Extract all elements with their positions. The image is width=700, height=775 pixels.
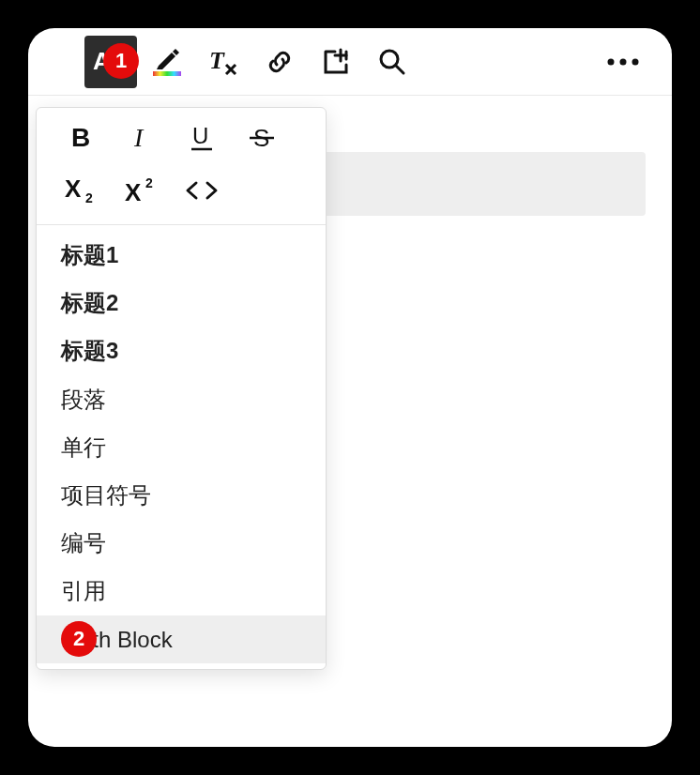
clear-format-icon: T — [207, 48, 239, 76]
svg-line-8 — [396, 66, 403, 73]
menu-item-numbered-list[interactable]: 编号 — [37, 519, 326, 567]
menu-label: 标题3 — [61, 336, 118, 365]
menu-item-heading3[interactable]: 标题3 — [37, 327, 326, 374]
more-icon — [606, 57, 640, 67]
editor-window: 1 A a T — [28, 28, 672, 747]
menu-label: 引用 — [61, 576, 106, 605]
strikethrough-icon: S — [250, 125, 274, 151]
svg-text:2: 2 — [145, 176, 153, 190]
menu-label: 项目符号 — [61, 480, 151, 509]
search-icon — [377, 47, 407, 77]
insert-button[interactable] — [310, 36, 362, 88]
subscript-button[interactable]: X 2 — [55, 170, 108, 211]
underline-button[interactable]: U — [175, 117, 228, 159]
italic-button[interactable]: I — [115, 117, 168, 159]
clear-format-button[interactable]: T — [197, 36, 250, 88]
menu-item-bullet-list[interactable]: 项目符号 — [37, 471, 326, 519]
menu-label: 编号 — [61, 528, 106, 557]
highlight-icon — [153, 47, 181, 76]
menu-item-heading2[interactable]: 标题2 — [37, 279, 326, 327]
menu-item-heading1[interactable]: 标题1 — [37, 231, 326, 279]
svg-point-11 — [632, 58, 639, 65]
block-type-list: 标题1 标题2 标题3 段落 单行 项目符号 编号 引用 Math Block … — [37, 225, 326, 669]
menu-label: 段落 — [61, 385, 106, 414]
editor-content: B I U S — [28, 96, 672, 747]
italic-icon: I — [132, 125, 151, 151]
svg-point-9 — [608, 58, 615, 65]
menu-item-paragraph[interactable]: 段落 — [37, 375, 326, 423]
svg-text:I: I — [133, 125, 145, 151]
link-icon — [265, 47, 295, 77]
more-button[interactable] — [597, 36, 649, 88]
svg-text:U: U — [192, 124, 208, 148]
bold-button[interactable]: B — [55, 117, 108, 159]
menu-label: 单行 — [61, 433, 106, 462]
highlight-button[interactable] — [141, 36, 193, 88]
strikethrough-button[interactable]: S — [236, 117, 288, 159]
svg-text:T: T — [209, 48, 225, 74]
svg-text:2: 2 — [85, 190, 93, 205]
menu-item-quote[interactable]: 引用 — [37, 567, 326, 615]
svg-text:X: X — [65, 176, 82, 203]
superscript-button[interactable]: X 2 — [115, 170, 168, 211]
svg-point-10 — [620, 58, 627, 65]
bold-icon: B — [69, 125, 94, 151]
superscript-icon: X 2 — [125, 176, 159, 205]
annotation-badge-2: 2 — [61, 621, 97, 657]
svg-text:X: X — [125, 178, 142, 205]
svg-text:B: B — [71, 125, 90, 151]
underline-icon: U — [190, 124, 214, 152]
code-button[interactable] — [175, 170, 228, 211]
menu-label: 标题1 — [61, 240, 118, 269]
code-icon — [184, 179, 220, 202]
menu-label: 标题2 — [61, 288, 118, 317]
format-dropdown: B I U S — [36, 107, 327, 670]
link-button[interactable] — [253, 36, 306, 88]
menu-item-math-block[interactable]: Math Block 2 — [37, 615, 326, 663]
search-button[interactable] — [366, 36, 418, 88]
annotation-badge-1: 1 — [103, 43, 139, 79]
insert-icon — [322, 48, 350, 76]
subscript-icon: X 2 — [65, 176, 99, 205]
menu-item-single-line[interactable]: 单行 — [37, 423, 326, 471]
